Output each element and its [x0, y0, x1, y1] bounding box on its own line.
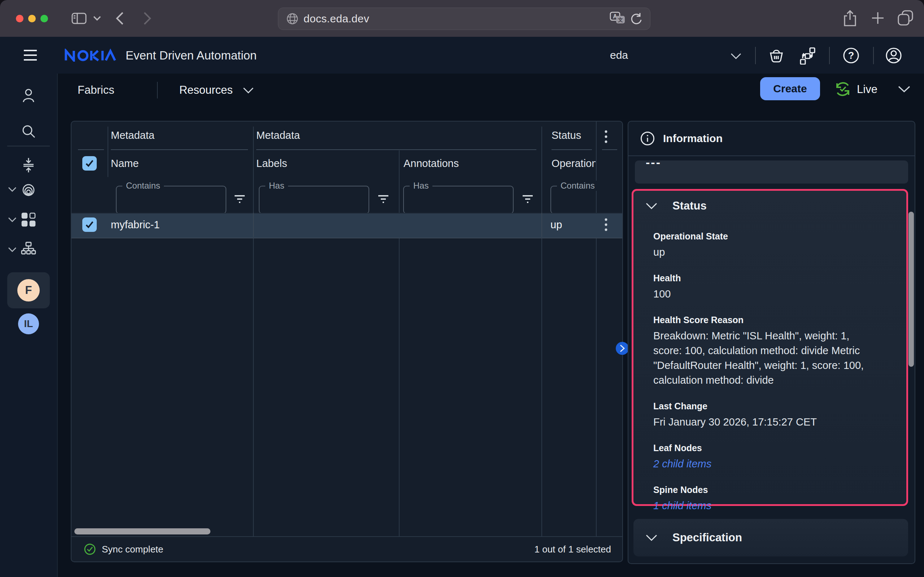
- create-button[interactable]: Create: [760, 77, 820, 100]
- field-label: Health Score Reason: [653, 315, 884, 325]
- information-panel: Information --- Status Operationa: [628, 121, 915, 564]
- field-last-change: Last Change Fri January 30 2026, 17:15:2…: [653, 401, 884, 429]
- sidebar-chevron-icon[interactable]: [93, 16, 101, 21]
- filter-annotations-label: Has: [410, 181, 432, 191]
- left-rail: F IL: [0, 74, 58, 577]
- filter-operational-label: Contains: [557, 181, 598, 191]
- status-section-header[interactable]: Status: [646, 200, 906, 213]
- specification-section-title: Specification: [672, 531, 742, 544]
- row-name-cell[interactable]: myfabric-1: [111, 219, 160, 231]
- column-header-labels[interactable]: Labels: [256, 158, 287, 169]
- avatar-f-label: F: [25, 284, 32, 297]
- group-header-metadata-2: Metadata: [256, 129, 300, 141]
- field-value: Breakdown: Metric "ISL Health", weight: …: [653, 329, 877, 388]
- user-account-icon[interactable]: [885, 47, 902, 64]
- app-body: F IL Fabrics Resources Create: [0, 74, 924, 577]
- field-label: Last Change: [653, 401, 884, 411]
- url-bar[interactable]: docs.eda.dev A 文: [278, 8, 650, 30]
- marketplace-basket-icon[interactable]: [768, 47, 785, 64]
- filter-annotations-icon[interactable]: [521, 193, 534, 205]
- info-icon: [640, 131, 655, 146]
- sidebar-toggle-icon[interactable]: [71, 13, 87, 24]
- new-tab-icon[interactable]: [871, 11, 885, 25]
- back-button[interactable]: [115, 11, 124, 25]
- view-selector-chevron-icon[interactable]: [243, 87, 254, 93]
- group-header-metadata-1: Metadata: [111, 129, 155, 141]
- help-icon[interactable]: ?: [842, 47, 860, 64]
- field-health: Health 100: [653, 273, 884, 301]
- zoom-window-button[interactable]: [40, 15, 48, 23]
- column-header-annotations[interactable]: Annotations: [404, 158, 459, 169]
- nokia-logo[interactable]: [64, 49, 116, 62]
- column-header-name[interactable]: Name: [111, 158, 139, 169]
- filter-annotations-input[interactable]: Has: [403, 186, 514, 214]
- panel-collapse-chevron-button[interactable]: [616, 342, 629, 355]
- panel-vertical-scrollbar[interactable]: [908, 212, 914, 367]
- table-settings-kebab-icon[interactable]: [604, 129, 608, 144]
- status-collapse-chevron-icon[interactable]: [646, 203, 657, 210]
- hamburger-menu-button[interactable]: [23, 48, 38, 62]
- avatar-il[interactable]: IL: [18, 313, 39, 334]
- reload-icon[interactable]: [630, 12, 643, 26]
- filter-name-input[interactable]: Contains: [116, 186, 226, 214]
- svg-text:文: 文: [617, 17, 623, 23]
- filter-labels-input[interactable]: Has: [259, 186, 369, 214]
- section-title: Fabrics: [78, 84, 115, 97]
- live-refresh-icon[interactable]: [834, 80, 852, 98]
- field-label: Leaf Nodes: [653, 443, 884, 453]
- specification-section-header[interactable]: Specification: [646, 531, 742, 544]
- information-panel-title: Information: [663, 132, 723, 145]
- selection-summary-text: 1 out of 1 selected: [535, 544, 611, 555]
- globe-icon: [286, 13, 299, 25]
- column-header-operational[interactable]: Operational: [551, 158, 596, 169]
- row-actions-kebab-icon[interactable]: [604, 218, 608, 232]
- table-footer: Sync complete 1 out of 1 selected: [71, 536, 622, 561]
- resources-table: Metadata Metadata Status Name Labels Ann…: [71, 121, 623, 562]
- row-checkbox[interactable]: [82, 218, 97, 232]
- tab-overview-icon[interactable]: [897, 10, 914, 26]
- specification-collapse-chevron-icon[interactable]: [646, 534, 657, 541]
- user-rail-icon[interactable]: [0, 89, 57, 103]
- row-operational-cell: up: [551, 219, 562, 231]
- horizontal-scrollbar[interactable]: [74, 528, 210, 534]
- app-title: Event Driven Automation: [126, 49, 257, 62]
- forward-button[interactable]: [143, 11, 152, 25]
- filter-name-icon[interactable]: [233, 193, 246, 205]
- apps-rail-icon[interactable]: [0, 212, 57, 227]
- workspace-selector[interactable]: eda: [610, 37, 747, 74]
- minimize-window-button[interactable]: [28, 15, 36, 23]
- workspace-chevron-icon[interactable]: [730, 53, 741, 59]
- browser-chrome: docs.eda.dev A 文: [0, 0, 924, 37]
- spine-nodes-link[interactable]: 1 child items: [653, 498, 884, 513]
- field-label: Health: [653, 273, 884, 284]
- topology-rail-icon[interactable]: [0, 182, 57, 198]
- status-section: Status Operational State up Health 100 H…: [632, 189, 908, 506]
- view-selector[interactable]: Resources: [179, 84, 233, 97]
- transaction-flow-icon[interactable]: [798, 47, 816, 64]
- field-leaf-nodes: Leaf Nodes 2 child items: [653, 443, 884, 471]
- translate-icon[interactable]: A 文: [610, 11, 625, 26]
- active-avatar-container[interactable]: F: [7, 272, 50, 308]
- field-health-score-reason: Health Score Reason Breakdown: Metric "I…: [653, 315, 884, 388]
- leaf-nodes-link[interactable]: 2 child items: [653, 456, 884, 471]
- field-value: up: [653, 245, 884, 259]
- filter-labels-icon[interactable]: [377, 193, 390, 205]
- filter-labels-label: Has: [265, 181, 288, 191]
- share-icon[interactable]: [842, 10, 858, 27]
- select-all-checkbox[interactable]: [82, 156, 97, 171]
- field-value: Fri January 30 2026, 17:15:27 CET: [653, 415, 884, 429]
- group-header-status: Status: [551, 129, 581, 141]
- live-label: Live: [857, 83, 877, 96]
- field-operational-state: Operational State up: [653, 231, 884, 259]
- live-chevron-icon[interactable]: [898, 86, 910, 93]
- close-window-button[interactable]: [16, 15, 23, 23]
- collapse-rail-icon[interactable]: [0, 157, 57, 173]
- create-button-label: Create: [773, 82, 807, 95]
- search-rail-icon[interactable]: [0, 124, 57, 139]
- nodes-tree-rail-icon[interactable]: [0, 242, 57, 257]
- specification-section: Specification: [633, 519, 908, 556]
- app-header: Event Driven Automation eda: [0, 37, 924, 74]
- avatar-f[interactable]: F: [17, 279, 40, 301]
- field-spine-nodes: Spine Nodes 1 child items: [653, 485, 884, 513]
- workspace-name: eda: [610, 49, 628, 61]
